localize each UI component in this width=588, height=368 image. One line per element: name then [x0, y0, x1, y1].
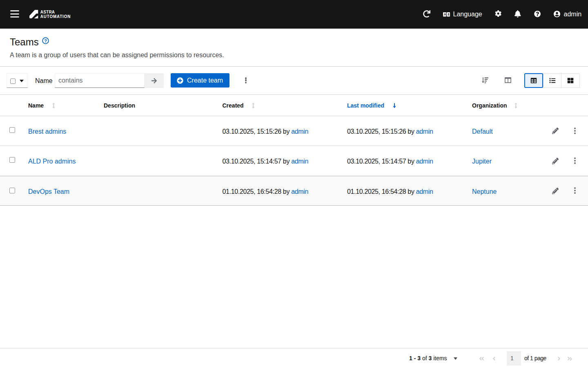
svg-text:A: A: [443, 12, 446, 16]
svg-text:?: ?: [44, 38, 47, 43]
svg-text:AUTOMATION: AUTOMATION: [40, 14, 71, 19]
svg-text:ASTRA: ASTRA: [40, 10, 55, 14]
